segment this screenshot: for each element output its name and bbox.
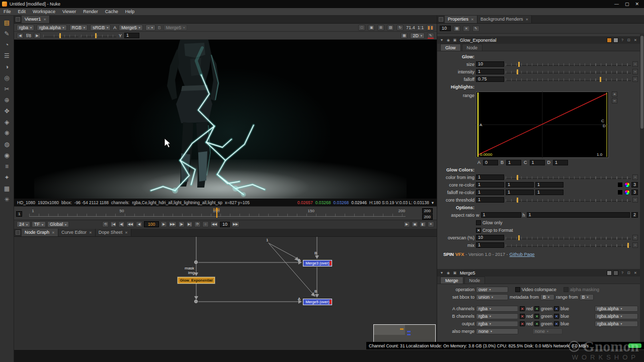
metadata-icon[interactable]: ≡ [2, 161, 13, 172]
tab-node[interactable]: Node [464, 277, 486, 284]
close-tab-icon[interactable]: ✕ [43, 16, 46, 23]
aspect-h-field[interactable]: 1 [527, 212, 630, 218]
minimize-button[interactable]: — [614, 2, 619, 7]
frame-increment-field[interactable]: 10 [220, 222, 230, 227]
float-panel-icon[interactable]: ▣ [452, 38, 457, 42]
close-tab-icon[interactable]: ✕ [125, 229, 128, 236]
scrollbar-thumb[interactable] [640, 36, 643, 129]
color-from-img-slider[interactable] [506, 174, 631, 180]
bbox-select[interactable]: union [476, 294, 508, 300]
overlay-toggle-icon[interactable]: □ [358, 25, 365, 31]
keyer-icon[interactable]: ✂ [2, 83, 13, 95]
point-c-field[interactable]: 1 [530, 160, 545, 165]
a-red-checkbox[interactable] [520, 306, 525, 311]
help-icon[interactable]: ? [620, 38, 625, 42]
gl-color-swatch[interactable] [613, 270, 618, 276]
fstop-up-icon[interactable]: ▶ [34, 33, 41, 39]
goto-end-icon[interactable]: ▶| [186, 221, 193, 227]
close-tab-icon[interactable]: ✕ [89, 229, 92, 236]
tab-glow[interactable]: Glow [440, 44, 461, 51]
frame-decrement-icon[interactable]: ◀◀ [210, 221, 218, 227]
core-recolor-b-field[interactable]: 1 [535, 182, 564, 188]
menu-help[interactable]: Help [125, 9, 135, 14]
center-node-icon[interactable]: ◉ [446, 271, 451, 275]
particles-icon[interactable]: ❋ [2, 128, 13, 139]
input-a-select[interactable]: Merge5 [119, 25, 143, 31]
play-loop-icon[interactable]: ⟳ [194, 221, 201, 227]
core-color-swatch[interactable] [617, 182, 623, 188]
tab-background-renders[interactable]: Background Renders ✕ [477, 16, 532, 23]
dot-node[interactable] [194, 300, 198, 303]
float-panel-icon[interactable]: ▣ [452, 271, 457, 275]
highlights-range-curve[interactable]: 0.0000 1.0 A C D [476, 92, 609, 158]
tab-node[interactable]: Node [462, 44, 483, 51]
timeline-mode-select[interactable]: TF [32, 221, 46, 227]
aspect-w-field[interactable]: 1 [481, 212, 521, 218]
curve-remove-icon[interactable]: − [612, 98, 617, 104]
dot-node[interactable] [194, 260, 198, 264]
pause-icon[interactable]: ❚❚ [426, 25, 434, 31]
roi-toggle-icon[interactable]: ⊞ [377, 25, 384, 31]
views-icon[interactable]: ◉ [2, 150, 13, 161]
image-icon[interactable]: ▤ [2, 17, 13, 28]
play-backward-loop-icon[interactable]: ⟲ [102, 221, 109, 227]
maximize-button[interactable]: ▢ [625, 2, 629, 7]
viewer-image[interactable] [14, 40, 437, 199]
display-channels-select[interactable]: RGB [69, 25, 88, 31]
frame-increment-icon[interactable]: ▶▶ [231, 221, 239, 227]
animation-menu-icon[interactable]: ~ [632, 174, 638, 180]
tab-node-graph[interactable]: Node Graph ✕ [22, 229, 58, 236]
menu-file[interactable]: File [4, 9, 11, 14]
color-from-img-field[interactable]: 1 [476, 174, 504, 180]
falloff-recolor-g-field[interactable]: 1 [506, 190, 534, 195]
fstop-down-icon[interactable]: ◀ [17, 33, 24, 39]
close-all-panels-icon[interactable]: ✕ [463, 26, 470, 32]
channel-icon[interactable]: ☰ [2, 50, 13, 61]
overscan-slider[interactable] [506, 235, 631, 240]
core-recolor-r-field[interactable]: 1 [476, 182, 504, 188]
split-view-icon[interactable]: ◧ [420, 221, 426, 227]
operation-select[interactable]: over [476, 287, 508, 293]
flipbook-icon[interactable]: ▶ [404, 221, 410, 227]
animation-menu-icon[interactable]: ~ [632, 242, 638, 248]
a-blue-checkbox[interactable] [554, 306, 559, 311]
step-forward-icon[interactable]: ▶▶ [169, 221, 177, 227]
viewer-lut-select[interactable]: sRGB [90, 25, 111, 31]
animation-menu-icon[interactable]: ~ [632, 61, 638, 67]
animation-menu-icon[interactable]: ~ [632, 69, 638, 74]
current-frame-field[interactable]: 100 [144, 221, 159, 227]
output-blue-checkbox[interactable] [554, 321, 559, 326]
collapse-panel-icon[interactable]: ▼ [439, 38, 444, 42]
metadata-from-select[interactable]: B [540, 294, 554, 300]
range-end-field[interactable]: 200 [422, 208, 433, 214]
pane-menu-icon[interactable] [16, 230, 20, 235]
transform-icon[interactable]: ✥ [2, 106, 13, 117]
goto-start-icon[interactable]: |◀ [110, 221, 117, 227]
properties-scrollbar[interactable] [640, 34, 644, 342]
size-slider[interactable] [506, 61, 631, 67]
point-a-field[interactable]: 0 [483, 160, 498, 165]
zoom-level[interactable]: 71.4 [406, 25, 415, 30]
core-recolor-g-field[interactable]: 1 [506, 182, 534, 188]
animation-menu-icon[interactable]: ~ [632, 235, 638, 240]
pixel-aspect[interactable]: 1:1 [418, 25, 424, 30]
checker-toggle-icon[interactable]: ▨ [387, 25, 394, 31]
b-alpha-select[interactable]: rgba.alpha [595, 313, 638, 319]
also-merge-select[interactable]: none [476, 328, 518, 334]
close-tab-icon[interactable]: ✕ [471, 16, 474, 23]
frame-ruler[interactable]: 1 50 100 150 200 100 [29, 207, 406, 219]
gl-color-swatch[interactable] [613, 38, 618, 43]
tab-curve-editor[interactable]: Curve Editor ✕ [58, 229, 96, 236]
intensity-field[interactable]: 1 [476, 69, 504, 74]
output-alpha-select[interactable]: rgba.alpha [595, 321, 638, 327]
mix-slider[interactable] [506, 242, 631, 248]
animation-menu-icon[interactable]: ~ [632, 197, 638, 203]
close-panel-icon[interactable]: ✕ [633, 271, 638, 275]
color-icon[interactable]: ◑ [2, 61, 13, 72]
aspect-dim-count[interactable]: 2 [631, 212, 638, 218]
output-select[interactable]: rgba [476, 321, 518, 327]
alpha-masking-checkbox[interactable] [564, 287, 569, 292]
output-green-checkbox[interactable] [534, 321, 539, 326]
a-channels-select[interactable]: rgba [476, 306, 518, 312]
gamma-slider[interactable] [81, 33, 116, 38]
